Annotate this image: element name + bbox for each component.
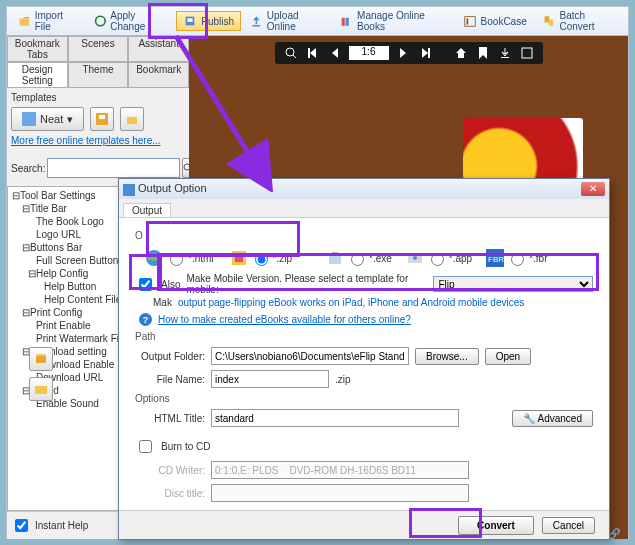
svg-rect-0 bbox=[20, 19, 30, 26]
html-title-input[interactable] bbox=[211, 409, 459, 427]
db-icon-button[interactable] bbox=[29, 347, 53, 371]
templates-label: Templates bbox=[11, 92, 185, 103]
svg-rect-19 bbox=[35, 386, 47, 394]
svg-rect-6 bbox=[346, 18, 349, 26]
svg-rect-5 bbox=[342, 18, 345, 26]
svg-point-20 bbox=[286, 48, 294, 56]
search-input[interactable] bbox=[47, 158, 180, 178]
help-link[interactable]: How to make created eBooks available for… bbox=[158, 314, 411, 325]
output-folder-input[interactable] bbox=[211, 347, 409, 365]
tab-assistant[interactable]: Assistant bbox=[128, 36, 189, 62]
format-exe-radio[interactable] bbox=[351, 253, 364, 266]
svg-rect-11 bbox=[22, 112, 36, 126]
cd-writer-input bbox=[211, 461, 469, 479]
batch-convert-button[interactable]: Batch Convert bbox=[536, 7, 624, 35]
first-page-button[interactable] bbox=[305, 45, 321, 61]
more-templates-link[interactable]: More free online templates here... bbox=[11, 135, 161, 146]
home-icon[interactable] bbox=[453, 45, 469, 61]
svg-rect-14 bbox=[127, 117, 137, 124]
format-zip-radio[interactable] bbox=[255, 253, 268, 266]
format-section-label: O bbox=[135, 230, 593, 241]
prev-page-button[interactable] bbox=[327, 45, 343, 61]
burn-cd-checkbox[interactable] bbox=[139, 440, 152, 453]
file-name-input[interactable] bbox=[211, 370, 329, 388]
instant-help-label: Instant Help bbox=[35, 520, 88, 531]
svg-rect-8 bbox=[466, 18, 468, 24]
svg-rect-7 bbox=[464, 17, 475, 27]
dialog-close-button[interactable]: ✕ bbox=[581, 182, 605, 196]
fullscreen-icon[interactable] bbox=[519, 45, 535, 61]
last-page-button[interactable] bbox=[417, 45, 433, 61]
path-section-label: Path bbox=[135, 331, 593, 342]
save-template-button[interactable] bbox=[90, 107, 114, 131]
svg-rect-26 bbox=[123, 184, 135, 196]
advanced-button[interactable]: 🔧 Advanced bbox=[512, 410, 593, 427]
next-page-button[interactable] bbox=[395, 45, 411, 61]
upload-online-button[interactable]: Upload Online bbox=[243, 7, 331, 35]
publish-button[interactable]: Publish bbox=[176, 11, 241, 31]
mobile-template-select[interactable]: Flip bbox=[433, 276, 593, 292]
svg-rect-18 bbox=[36, 356, 46, 363]
viewer-toolbar: 1:6 bbox=[275, 42, 543, 64]
svg-line-21 bbox=[293, 55, 296, 58]
cancel-button[interactable]: Cancel bbox=[542, 517, 595, 534]
download-icon[interactable] bbox=[497, 45, 513, 61]
mobile-version-checkbox[interactable] bbox=[139, 278, 152, 291]
tab-bookmark[interactable]: Bookmark bbox=[128, 62, 189, 88]
svg-rect-3 bbox=[188, 18, 193, 22]
folder-icon-button[interactable] bbox=[29, 377, 53, 401]
svg-text:FBR: FBR bbox=[488, 255, 504, 264]
svg-rect-23 bbox=[428, 48, 430, 58]
svg-rect-10 bbox=[548, 19, 553, 25]
format-fbr-radio[interactable] bbox=[511, 253, 524, 266]
format-html-radio[interactable] bbox=[170, 253, 183, 266]
tab-theme[interactable]: Theme bbox=[68, 62, 129, 88]
neat-template-button[interactable]: Neat ▾ bbox=[11, 107, 84, 131]
output-option-dialog: Output Option✕ Output O *.html *.zip *.e… bbox=[118, 178, 610, 540]
format-row: *.html *.zip *.exe *.app FBR*.fbr bbox=[145, 249, 593, 267]
zoom-icon[interactable] bbox=[283, 45, 299, 61]
mobile-mak-text: Mak bbox=[153, 297, 172, 308]
browse-button[interactable]: Browse... bbox=[415, 348, 479, 365]
main-toolbar: Import File Apply Change Publish Upload … bbox=[7, 7, 628, 36]
svg-rect-31 bbox=[332, 252, 338, 256]
search-label: Search: bbox=[11, 163, 45, 174]
svg-rect-13 bbox=[99, 115, 105, 119]
mobile-make-text: Make Mobile Version. Please select a tem… bbox=[186, 273, 427, 295]
help-icon: ? bbox=[139, 313, 152, 326]
disc-title-input bbox=[211, 484, 469, 502]
open-button[interactable]: Open bbox=[485, 348, 531, 365]
load-template-button[interactable] bbox=[120, 107, 144, 131]
import-file-button[interactable]: Import File bbox=[11, 7, 85, 35]
page-indicator[interactable]: 1:6 bbox=[349, 46, 389, 60]
instant-help-checkbox[interactable] bbox=[15, 519, 28, 532]
svg-point-1 bbox=[95, 16, 105, 26]
format-app-radio[interactable] bbox=[431, 253, 444, 266]
svg-point-33 bbox=[413, 256, 417, 260]
apply-change-button[interactable]: Apply Change bbox=[87, 7, 175, 35]
options-section-label: Options bbox=[135, 393, 593, 404]
svg-rect-24 bbox=[501, 57, 509, 58]
svg-rect-30 bbox=[329, 255, 341, 264]
tab-scenes[interactable]: Scenes bbox=[68, 36, 129, 62]
mobile-note: output page-flipping eBook works on iPad… bbox=[178, 297, 524, 308]
svg-rect-29 bbox=[235, 254, 243, 262]
svg-rect-25 bbox=[522, 48, 532, 58]
manage-books-button[interactable]: Manage Online Books bbox=[333, 7, 453, 35]
svg-rect-4 bbox=[252, 25, 260, 27]
mobile-also-text: Also bbox=[161, 279, 180, 290]
bookmark-icon[interactable] bbox=[475, 45, 491, 61]
output-tab[interactable]: Output bbox=[123, 203, 171, 217]
tab-design-setting[interactable]: Design Setting bbox=[7, 62, 68, 88]
bookcase-button[interactable]: BookCase bbox=[456, 11, 534, 31]
convert-button[interactable]: Convert bbox=[458, 516, 534, 535]
svg-rect-22 bbox=[308, 48, 310, 58]
tab-bookmark-tabs[interactable]: Bookmark Tabs bbox=[7, 36, 68, 62]
